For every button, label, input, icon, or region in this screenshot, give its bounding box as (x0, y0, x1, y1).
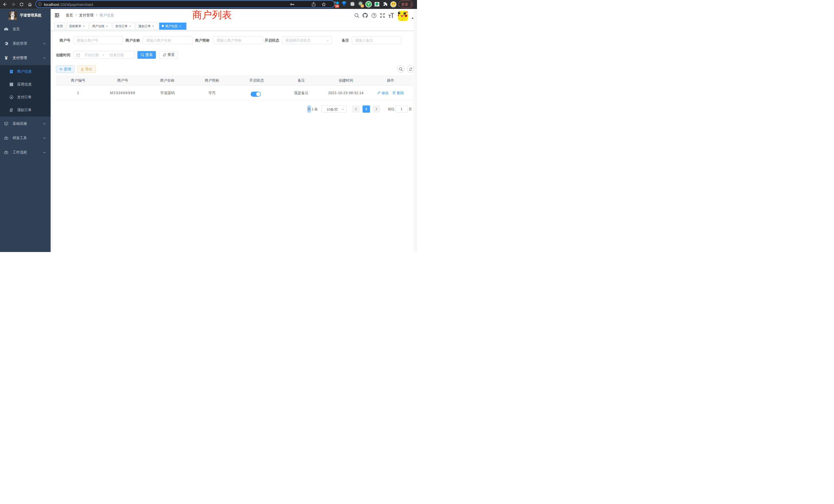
svg-text:¥: ¥ (5, 55, 8, 61)
svg-text:10: 10 (336, 5, 339, 8)
svg-text:1: 1 (361, 5, 363, 7)
svg-text:¥: ¥ (11, 96, 12, 99)
